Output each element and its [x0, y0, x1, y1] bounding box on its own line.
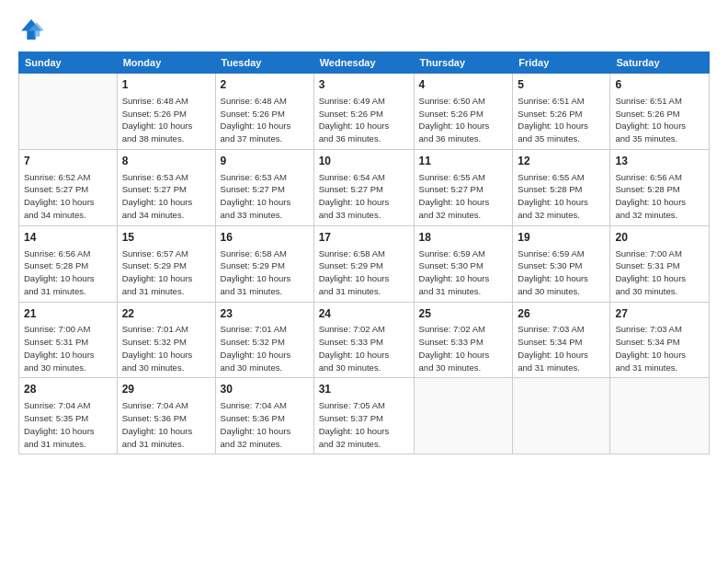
- calendar-cell: 30Sunrise: 7:04 AM Sunset: 5:36 PM Dayli…: [215, 378, 313, 454]
- day-info: Sunrise: 6:55 AM Sunset: 5:28 PM Dayligh…: [518, 171, 605, 222]
- calendar-cell: 14Sunrise: 6:56 AM Sunset: 5:28 PM Dayli…: [19, 225, 118, 302]
- weekday-header-thursday: Thursday: [414, 52, 513, 74]
- weekday-header-sunday: Sunday: [19, 52, 118, 74]
- calendar-cell: [19, 74, 118, 150]
- day-info: Sunrise: 6:57 AM Sunset: 5:29 PM Dayligh…: [122, 247, 210, 298]
- day-number: 17: [319, 230, 409, 246]
- day-info: Sunrise: 7:02 AM Sunset: 5:33 PM Dayligh…: [419, 323, 508, 373]
- calendar-cell: 1Sunrise: 6:48 AM Sunset: 5:26 PM Daylig…: [117, 74, 215, 150]
- page: SundayMondayTuesdayWednesdayThursdayFrid…: [0, 0, 728, 563]
- day-info: Sunrise: 7:02 AM Sunset: 5:33 PM Dayligh…: [319, 323, 409, 373]
- calendar-cell: 24Sunrise: 7:02 AM Sunset: 5:33 PM Dayli…: [313, 302, 414, 378]
- calendar-cell: 12Sunrise: 6:55 AM Sunset: 5:28 PM Dayli…: [513, 149, 610, 225]
- calendar-cell: 31Sunrise: 7:05 AM Sunset: 5:37 PM Dayli…: [313, 378, 414, 454]
- weekday-header-wednesday: Wednesday: [313, 52, 414, 74]
- day-info: Sunrise: 7:01 AM Sunset: 5:32 PM Dayligh…: [221, 323, 309, 373]
- calendar-cell: 21Sunrise: 7:00 AM Sunset: 5:31 PM Dayli…: [19, 302, 118, 378]
- calendar-cell: [414, 378, 513, 454]
- day-info: Sunrise: 7:03 AM Sunset: 5:34 PM Dayligh…: [518, 323, 605, 373]
- day-info: Sunrise: 7:04 AM Sunset: 5:35 PM Dayligh…: [24, 399, 112, 450]
- calendar-cell: [513, 378, 610, 454]
- weekday-header-tuesday: Tuesday: [215, 52, 313, 74]
- calendar-cell: 10Sunrise: 6:54 AM Sunset: 5:27 PM Dayli…: [313, 149, 414, 225]
- day-info: Sunrise: 6:52 AM Sunset: 5:27 PM Dayligh…: [24, 171, 112, 222]
- day-info: Sunrise: 6:59 AM Sunset: 5:30 PM Dayligh…: [518, 247, 605, 298]
- calendar-cell: 5Sunrise: 6:51 AM Sunset: 5:26 PM Daylig…: [513, 74, 610, 150]
- day-number: 8: [122, 154, 210, 169]
- day-info: Sunrise: 6:53 AM Sunset: 5:27 PM Dayligh…: [221, 171, 309, 222]
- calendar-cell: 15Sunrise: 6:57 AM Sunset: 5:29 PM Dayli…: [117, 225, 215, 302]
- day-number: 14: [24, 230, 112, 246]
- weekday-header-row: SundayMondayTuesdayWednesdayThursdayFrid…: [19, 52, 710, 74]
- day-info: Sunrise: 6:48 AM Sunset: 5:26 PM Dayligh…: [221, 95, 309, 145]
- header: [18, 17, 710, 42]
- calendar-cell: 8Sunrise: 6:53 AM Sunset: 5:27 PM Daylig…: [117, 149, 215, 225]
- calendar-cell: 19Sunrise: 6:59 AM Sunset: 5:30 PM Dayli…: [513, 225, 610, 302]
- day-number: 5: [518, 77, 605, 93]
- day-number: 19: [518, 230, 605, 246]
- day-number: 4: [419, 77, 508, 93]
- day-info: Sunrise: 7:01 AM Sunset: 5:32 PM Dayligh…: [122, 323, 210, 373]
- day-number: 23: [221, 306, 309, 322]
- calendar-cell: 11Sunrise: 6:55 AM Sunset: 5:27 PM Dayli…: [414, 149, 513, 225]
- calendar-cell: 17Sunrise: 6:58 AM Sunset: 5:29 PM Dayli…: [313, 225, 414, 302]
- calendar-cell: [610, 378, 710, 454]
- day-info: Sunrise: 6:55 AM Sunset: 5:27 PM Dayligh…: [419, 171, 508, 222]
- day-number: 18: [419, 230, 508, 246]
- day-info: Sunrise: 6:50 AM Sunset: 5:26 PM Dayligh…: [419, 95, 508, 145]
- day-number: 11: [419, 154, 508, 169]
- weekday-header-monday: Monday: [117, 52, 215, 74]
- day-info: Sunrise: 7:03 AM Sunset: 5:34 PM Dayligh…: [615, 323, 704, 373]
- day-number: 28: [24, 382, 112, 397]
- calendar-cell: 3Sunrise: 6:49 AM Sunset: 5:26 PM Daylig…: [313, 74, 414, 150]
- day-number: 30: [221, 382, 309, 397]
- day-number: 3: [319, 77, 409, 93]
- day-number: 7: [24, 154, 112, 169]
- week-row-3: 21Sunrise: 7:00 AM Sunset: 5:31 PM Dayli…: [19, 302, 710, 378]
- week-row-4: 28Sunrise: 7:04 AM Sunset: 5:35 PM Dayli…: [19, 378, 710, 454]
- calendar-cell: 9Sunrise: 6:53 AM Sunset: 5:27 PM Daylig…: [215, 149, 313, 225]
- day-number: 25: [419, 306, 508, 322]
- day-number: 27: [615, 306, 704, 322]
- day-number: 20: [615, 230, 704, 246]
- day-number: 13: [615, 154, 704, 169]
- calendar-table: SundayMondayTuesdayWednesdayThursdayFrid…: [18, 52, 710, 454]
- day-info: Sunrise: 6:58 AM Sunset: 5:29 PM Dayligh…: [221, 247, 309, 298]
- day-number: 22: [122, 306, 210, 322]
- calendar-cell: 4Sunrise: 6:50 AM Sunset: 5:26 PM Daylig…: [414, 74, 513, 150]
- logo-icon: [18, 17, 44, 42]
- day-info: Sunrise: 6:49 AM Sunset: 5:26 PM Dayligh…: [319, 95, 409, 145]
- calendar-cell: 20Sunrise: 7:00 AM Sunset: 5:31 PM Dayli…: [610, 225, 710, 302]
- day-info: Sunrise: 7:04 AM Sunset: 5:36 PM Dayligh…: [122, 399, 210, 450]
- calendar-cell: 2Sunrise: 6:48 AM Sunset: 5:26 PM Daylig…: [215, 74, 313, 150]
- day-info: Sunrise: 6:58 AM Sunset: 5:29 PM Dayligh…: [319, 247, 409, 298]
- calendar-cell: 22Sunrise: 7:01 AM Sunset: 5:32 PM Dayli…: [117, 302, 215, 378]
- day-number: 31: [319, 382, 409, 397]
- day-info: Sunrise: 6:56 AM Sunset: 5:28 PM Dayligh…: [615, 171, 704, 222]
- day-info: Sunrise: 7:05 AM Sunset: 5:37 PM Dayligh…: [319, 399, 409, 450]
- week-row-2: 14Sunrise: 6:56 AM Sunset: 5:28 PM Dayli…: [19, 225, 710, 302]
- day-info: Sunrise: 6:53 AM Sunset: 5:27 PM Dayligh…: [122, 171, 210, 222]
- day-info: Sunrise: 7:00 AM Sunset: 5:31 PM Dayligh…: [615, 247, 704, 298]
- calendar-cell: 28Sunrise: 7:04 AM Sunset: 5:35 PM Dayli…: [19, 378, 118, 454]
- calendar-cell: 25Sunrise: 7:02 AM Sunset: 5:33 PM Dayli…: [414, 302, 513, 378]
- day-number: 29: [122, 382, 210, 397]
- calendar-cell: 23Sunrise: 7:01 AM Sunset: 5:32 PM Dayli…: [215, 302, 313, 378]
- day-number: 9: [221, 154, 309, 169]
- day-info: Sunrise: 6:59 AM Sunset: 5:30 PM Dayligh…: [419, 247, 508, 298]
- day-number: 26: [518, 306, 605, 322]
- calendar-cell: 16Sunrise: 6:58 AM Sunset: 5:29 PM Dayli…: [215, 225, 313, 302]
- calendar-cell: 6Sunrise: 6:51 AM Sunset: 5:26 PM Daylig…: [610, 74, 710, 150]
- day-info: Sunrise: 6:51 AM Sunset: 5:26 PM Dayligh…: [518, 95, 605, 145]
- day-info: Sunrise: 6:51 AM Sunset: 5:26 PM Dayligh…: [615, 95, 704, 145]
- day-info: Sunrise: 6:56 AM Sunset: 5:28 PM Dayligh…: [24, 247, 112, 298]
- day-number: 2: [221, 77, 309, 93]
- week-row-0: 1Sunrise: 6:48 AM Sunset: 5:26 PM Daylig…: [19, 74, 710, 150]
- day-number: 12: [518, 154, 605, 169]
- day-number: 6: [615, 77, 704, 93]
- calendar-cell: 13Sunrise: 6:56 AM Sunset: 5:28 PM Dayli…: [610, 149, 710, 225]
- day-number: 1: [122, 77, 210, 93]
- calendar-cell: 27Sunrise: 7:03 AM Sunset: 5:34 PM Dayli…: [610, 302, 710, 378]
- calendar-cell: 18Sunrise: 6:59 AM Sunset: 5:30 PM Dayli…: [414, 225, 513, 302]
- calendar-cell: 29Sunrise: 7:04 AM Sunset: 5:36 PM Dayli…: [117, 378, 215, 454]
